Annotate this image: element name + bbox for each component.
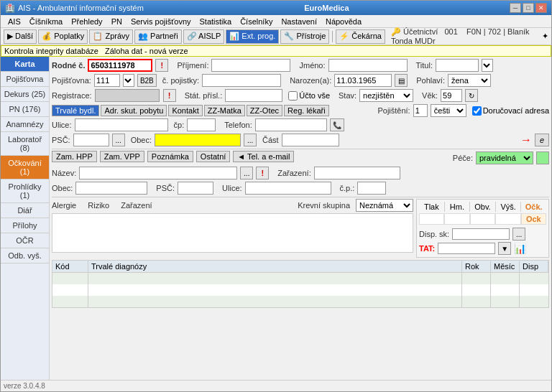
sidebar-item-odbvys[interactable]: Odb. vyš.	[1, 248, 49, 263]
obec2-input[interactable]	[75, 182, 147, 195]
registrace-exclaim[interactable]: !	[163, 89, 176, 102]
pojisteni-select[interactable]: češti	[431, 104, 466, 117]
toolbar: ▶ Další 💰 Poplatky 📋 Zprávy 👥 Partneři 🔗…	[1, 28, 551, 45]
menu-prehledy[interactable]: Přehledy	[67, 17, 106, 27]
tat-dropdown[interactable]: ▼	[498, 242, 511, 255]
b2b-button[interactable]: B2B	[137, 74, 157, 87]
ucto-vse-checkbox[interactable]	[288, 91, 298, 101]
sidebar-item-ockovani[interactable]: Očkování (1)	[1, 156, 49, 179]
zpravy-button[interactable]: 📋 Zprávy	[89, 29, 133, 44]
krevni-select[interactable]: Neznámá	[356, 199, 413, 212]
addr-tab-reg[interactable]: Reg. lékaři	[284, 105, 329, 116]
disp-sk-dots[interactable]: ...	[512, 228, 525, 241]
addr-tab-skut[interactable]: Adr. skut. pobytu	[101, 105, 167, 116]
maximize-button[interactable]: □	[523, 3, 534, 13]
obec-dots[interactable]: ...	[244, 134, 257, 146]
poplatky-button[interactable]: 💰 Poplatky	[38, 29, 88, 44]
menu-nastaveni[interactable]: Nastavení	[277, 17, 321, 27]
sidebar-item-prilohy[interactable]: Přílohy	[1, 218, 49, 233]
partneri-button[interactable]: 👥 Partneři	[134, 29, 182, 44]
nazev-dots[interactable]: ...	[240, 167, 253, 179]
cekarna-button[interactable]: ⚡ Čekárna	[336, 29, 385, 44]
zarazeni-input[interactable]	[314, 167, 400, 179]
registrace-input[interactable]	[95, 89, 160, 102]
disp-sk-input[interactable]	[452, 228, 510, 240]
sidebar-item-ocr[interactable]: OČR	[1, 233, 49, 248]
dorucovaci-checkbox[interactable]	[472, 106, 482, 116]
nazev-exclaim[interactable]: !	[256, 167, 269, 179]
addr-tab-otec[interactable]: ZZ-Otec	[247, 105, 282, 116]
psc-dots[interactable]: ...	[112, 134, 125, 146]
menu-servis[interactable]: Servis pojišťovny	[126, 17, 196, 27]
menu-ciselniky[interactable]: Číselníky	[236, 17, 277, 27]
ext-prog-button[interactable]: 📊 Ext. prog.	[226, 29, 279, 44]
telefon-btn[interactable]: 📞	[330, 118, 344, 131]
diag-row-kod2	[52, 284, 88, 296]
toolbar-separator	[332, 31, 333, 42]
poznamka-tab[interactable]: Poznámka	[147, 151, 193, 162]
stav-select[interactable]: nezjištěn	[359, 89, 413, 102]
sidebar-item-karta[interactable]: Karta	[1, 57, 49, 72]
cast-input[interactable]	[282, 134, 339, 146]
zam-hpp-tab[interactable]: Zam. HPP	[52, 151, 97, 162]
sidebar-item-laborator[interactable]: Laboratoř (8)	[1, 132, 49, 156]
row-registrace: Registrace: ! Stát. přísl.: Účto vše Sta…	[52, 89, 549, 102]
ostatni-tab[interactable]: Ostatní	[196, 151, 230, 162]
addr-tab-kontakt[interactable]: Kontakt	[168, 105, 202, 116]
dalsi-button[interactable]: ▶ Další	[4, 29, 37, 44]
close-button[interactable]: ✕	[535, 3, 547, 13]
e-button[interactable]: e	[535, 134, 549, 146]
ucto-vse-label[interactable]: Účto vše	[288, 91, 330, 101]
cp2-input[interactable]	[357, 182, 386, 195]
tel-email-tab[interactable]: ◄ Tel. a e-mail	[233, 151, 294, 162]
sidebar-item-pojistovna[interactable]: Pojišťovna	[1, 72, 49, 87]
menu-napoveda[interactable]: Nápověda	[321, 17, 366, 27]
stat-pris-input[interactable]	[225, 89, 282, 102]
nazev-input[interactable]	[79, 167, 237, 179]
pece-color[interactable]	[536, 151, 549, 164]
psc-input[interactable]	[73, 134, 109, 146]
psc2-input[interactable]	[178, 182, 213, 195]
pristroje-button[interactable]: 🔧 Přístroje	[280, 29, 329, 44]
prijmeni-input[interactable]	[211, 59, 290, 72]
minimize-button[interactable]: ─	[510, 3, 521, 13]
aislp-button[interactable]: 🔗 AISLP	[183, 29, 225, 44]
pece-select[interactable]: pravidelná	[476, 151, 533, 164]
obec-input[interactable]	[155, 134, 241, 146]
ulice-input[interactable]	[75, 118, 168, 131]
pojistovna-select[interactable]	[123, 74, 134, 87]
menu-statistika[interactable]: Statistika	[196, 17, 236, 27]
titul-select[interactable]	[482, 59, 493, 72]
ock-value: Ock	[521, 213, 546, 225]
pojisteni-input[interactable]	[413, 104, 428, 117]
sidebar-item-dekurs[interactable]: Dekurs (25)	[1, 87, 49, 102]
cp-input[interactable]	[187, 118, 216, 131]
pojistovna-input[interactable]	[94, 74, 120, 87]
tat-input[interactable]	[438, 243, 495, 254]
addr-tab-trvale[interactable]: Trvalé bydl.	[52, 105, 99, 116]
menu-ais[interactable]: AIS	[4, 17, 25, 27]
sidebar-item-diar[interactable]: Diář	[1, 203, 49, 218]
ulice2-input[interactable]	[245, 182, 331, 195]
menu-pn[interactable]: PN	[107, 17, 126, 27]
c-pojistky-input[interactable]	[202, 74, 281, 87]
rodne-cislo-input[interactable]	[88, 59, 152, 72]
menu-cisnikma[interactable]: Číšníkma	[25, 17, 67, 27]
vek-input[interactable]	[441, 89, 462, 102]
dorucovaci-label[interactable]: Doručovací adresa	[472, 106, 549, 116]
pohlavi-select[interactable]: žena muž	[448, 74, 491, 87]
narozen-calendar[interactable]: ▤	[395, 74, 408, 87]
titul-input[interactable]	[436, 59, 479, 72]
narozen-input[interactable]	[334, 74, 392, 87]
sidebar-item-prohlidky[interactable]: Prohlídky (1)	[1, 179, 49, 203]
sidebar-item-pn[interactable]: PN (176)	[1, 102, 49, 117]
toolbar-star: ✦	[542, 32, 548, 41]
telefon-input[interactable]	[255, 118, 327, 131]
addr-tab-matka[interactable]: ZZ-Matka	[204, 105, 245, 116]
chart-icon[interactable]: 📊	[514, 243, 526, 254]
jmeno-input[interactable]	[328, 59, 408, 72]
zam-vpp-tab[interactable]: Zam. VPP	[100, 151, 144, 162]
rodne-cislo-exclaim[interactable]: !	[155, 59, 168, 72]
sidebar-item-anamnezy[interactable]: Anamnézy	[1, 117, 49, 132]
vek-refresh[interactable]: ↻	[465, 89, 478, 102]
